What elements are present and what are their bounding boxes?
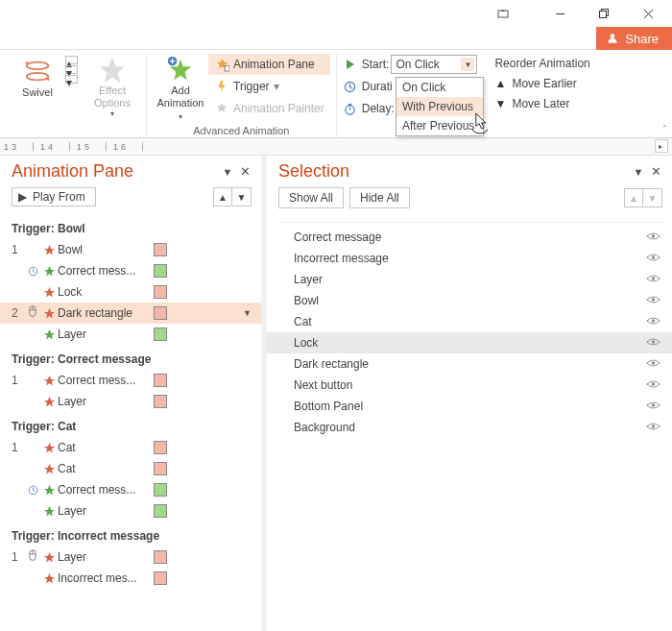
hide-all-button[interactable]: Hide All: [349, 187, 410, 208]
animation-name: Cat: [58, 462, 150, 475]
duration-block: [154, 243, 167, 256]
selection-item-name: Cat: [294, 315, 312, 328]
animation-pane-icon: [214, 57, 229, 72]
animation-name: Cat: [58, 441, 150, 454]
selection-item[interactable]: Next button: [267, 375, 672, 396]
animation-swivel-button[interactable]: Swivel: [10, 54, 65, 117]
visibility-toggle-icon[interactable]: [646, 294, 660, 307]
close-button[interactable]: [626, 0, 670, 27]
gallery-more-icon[interactable]: ▾: [65, 75, 78, 84]
visibility-toggle-icon[interactable]: [646, 378, 660, 392]
animation-item[interactable]: Incorrect mes...: [0, 568, 261, 589]
gallery-up-icon[interactable]: ▴: [65, 56, 78, 64]
selection-item-name: Lock: [294, 336, 318, 350]
animation-item[interactable]: 1Cat: [0, 437, 261, 458]
add-animation-button[interactable]: Add Animation ▾: [153, 54, 208, 117]
move-later-button[interactable]: ▼ Move Later: [494, 94, 589, 113]
trigger-label: Trigger: Cat: [0, 412, 261, 437]
animation-name: Layer: [58, 504, 150, 518]
trigger-icon: [214, 79, 229, 94]
trigger-label: Trigger: Bowl: [0, 214, 261, 239]
animation-item[interactable]: Layer: [0, 324, 261, 345]
option-on-click[interactable]: On Click: [396, 78, 483, 97]
selection-item[interactable]: Bowl: [267, 290, 672, 311]
svg-point-22: [652, 403, 655, 406]
animation-item[interactable]: 1Correct mess...: [0, 370, 261, 391]
show-all-button[interactable]: Show All: [278, 187, 344, 208]
collapse-ribbon-icon[interactable]: ˆ: [663, 125, 666, 135]
bring-forward-button[interactable]: ▲: [624, 188, 643, 207]
play-from-button[interactable]: ▶ Play From: [12, 187, 96, 206]
start-select[interactable]: On Click ▼: [391, 55, 477, 74]
duration-block: [154, 550, 167, 564]
ruler-collapse-icon[interactable]: ▸: [655, 139, 668, 153]
animation-item[interactable]: Layer: [0, 500, 261, 522]
selection-item[interactable]: Bottom Panel: [267, 396, 672, 417]
duration-block: [154, 395, 167, 408]
group-label-advanced: Advanced Animation: [193, 125, 289, 138]
star-icon: [40, 463, 58, 475]
animation-item[interactable]: 2Dark rectangle▼: [0, 303, 261, 324]
animation-name: Bowl: [58, 243, 150, 256]
selection-item[interactable]: Lock: [267, 332, 672, 353]
animation-item[interactable]: Cat: [0, 458, 261, 479]
send-backward-button[interactable]: ▼: [643, 188, 662, 207]
visibility-toggle-icon[interactable]: [646, 252, 660, 265]
svg-point-8: [346, 105, 354, 113]
chevron-down-icon[interactable]: ▼: [461, 58, 474, 71]
chevron-down-icon[interactable]: ▼: [243, 308, 252, 318]
selection-item[interactable]: Layer: [267, 269, 672, 290]
duration-block: [154, 441, 167, 454]
add-animation-icon: [165, 56, 196, 85]
visibility-toggle-icon[interactable]: [646, 357, 660, 371]
animation-item[interactable]: Correct mess...: [0, 479, 261, 500]
pane-options-icon[interactable]: ▼: [632, 165, 645, 179]
animation-item[interactable]: 1Bowl: [0, 239, 261, 260]
selection-item[interactable]: Background: [267, 417, 672, 438]
animation-name: Layer: [58, 550, 150, 564]
selection-pane: Selection ▼ ✕ Show All Hide All ▲ ▼ Corr…: [267, 156, 672, 631]
visibility-toggle-icon[interactable]: [646, 231, 660, 244]
animation-index: 2: [12, 306, 25, 320]
visibility-toggle-icon[interactable]: [646, 421, 660, 434]
pane-title-selection: Selection: [278, 161, 349, 182]
visibility-toggle-icon[interactable]: [646, 400, 660, 413]
star-icon: [40, 307, 58, 320]
visibility-toggle-icon[interactable]: [646, 273, 660, 286]
start-icon: [343, 57, 358, 72]
animation-painter-button: Animation Painter: [208, 98, 330, 119]
share-button[interactable]: Share: [596, 27, 672, 50]
svg-point-23: [652, 425, 655, 427]
move-up-button[interactable]: ▲: [213, 187, 232, 206]
animation-item[interactable]: 1Layer: [0, 546, 261, 568]
trigger-button[interactable]: Trigger ▾: [208, 76, 330, 97]
star-icon: [40, 442, 58, 454]
animation-pane-button[interactable]: Animation Pane: [208, 54, 330, 75]
selection-item[interactable]: Correct message: [267, 227, 672, 248]
move-earlier-button[interactable]: ▲ Move Earlier: [494, 74, 589, 93]
animation-item[interactable]: Lock: [0, 281, 261, 303]
visibility-toggle-icon[interactable]: [646, 315, 660, 328]
effect-options-button: Effect Options ▾: [84, 54, 140, 117]
timing-icon: [25, 305, 40, 321]
duration-block: [154, 483, 167, 497]
animation-index: 1: [12, 441, 25, 454]
minimize-button[interactable]: [538, 0, 582, 27]
gallery-down-icon[interactable]: ▾: [65, 65, 78, 74]
pane-options-icon[interactable]: ▼: [221, 165, 234, 179]
gallery-scroll[interactable]: ▴ ▾ ▾: [65, 54, 84, 84]
visibility-toggle-icon[interactable]: [646, 336, 660, 350]
ribbon-display-options-icon[interactable]: [488, 3, 518, 24]
pane-close-icon[interactable]: ✕: [649, 165, 662, 179]
move-down-button[interactable]: ▼: [232, 187, 252, 206]
animation-item[interactable]: Layer: [0, 391, 261, 412]
restore-button[interactable]: [582, 0, 626, 27]
selection-item[interactable]: Dark rectangle: [267, 353, 672, 375]
pane-close-icon[interactable]: ✕: [238, 165, 252, 179]
animation-index: 1: [12, 550, 25, 564]
cursor-icon: [470, 111, 490, 134]
svg-point-15: [652, 255, 655, 258]
animation-item[interactable]: Correct mess...: [0, 260, 261, 281]
selection-item[interactable]: Incorrect message: [267, 248, 672, 269]
selection-item[interactable]: Cat: [267, 311, 672, 332]
